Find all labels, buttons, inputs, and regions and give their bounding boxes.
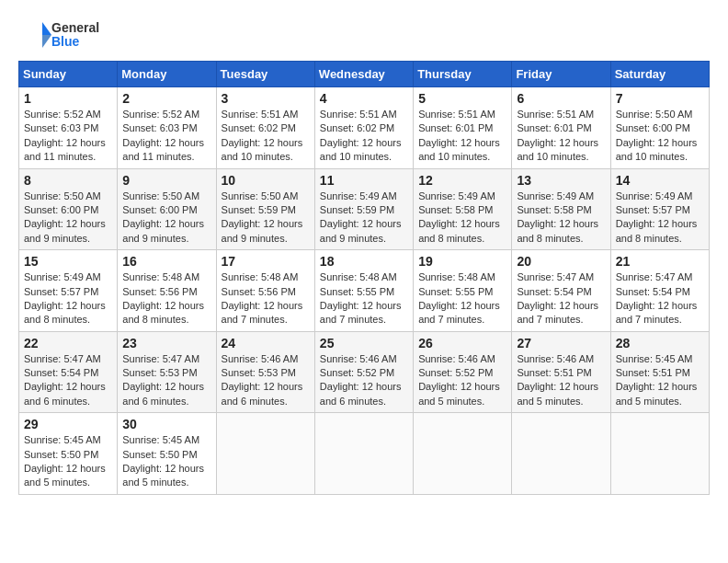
weekday-header: Saturday bbox=[610, 62, 709, 87]
calendar-day-cell: 21 Sunrise: 5:47 AMSunset: 5:54 PMDaylig… bbox=[610, 250, 709, 332]
day-info: Sunrise: 5:45 AMSunset: 5:50 PMDaylight:… bbox=[24, 434, 106, 488]
calendar-day-cell: 1 Sunrise: 5:52 AMSunset: 6:03 PMDayligh… bbox=[19, 87, 118, 169]
calendar-day-cell: 13 Sunrise: 5:49 AMSunset: 5:58 PMDaylig… bbox=[512, 168, 610, 250]
day-info: Sunrise: 5:47 AMSunset: 5:54 PMDaylight:… bbox=[24, 353, 106, 407]
day-number: 29 bbox=[24, 417, 112, 431]
calendar-day-cell: 10 Sunrise: 5:50 AMSunset: 5:59 PMDaylig… bbox=[216, 168, 314, 250]
svg-marker-0 bbox=[42, 22, 51, 35]
day-number: 15 bbox=[24, 254, 112, 269]
weekday-header: Sunday bbox=[19, 62, 118, 87]
day-number: 24 bbox=[222, 336, 310, 350]
calendar-day-cell bbox=[216, 413, 314, 495]
calendar-week-row: 29 Sunrise: 5:45 AMSunset: 5:50 PMDaylig… bbox=[19, 413, 710, 495]
day-number: 25 bbox=[320, 336, 408, 350]
day-number: 4 bbox=[320, 91, 408, 106]
day-info: Sunrise: 5:48 AMSunset: 5:55 PMDaylight:… bbox=[320, 271, 402, 325]
day-number: 22 bbox=[24, 336, 112, 350]
day-number: 21 bbox=[616, 254, 704, 269]
weekday-header: Monday bbox=[118, 62, 216, 87]
day-info: Sunrise: 5:47 AMSunset: 5:54 PMDaylight:… bbox=[616, 271, 698, 325]
calendar-header-row: SundayMondayTuesdayWednesdayThursdayFrid… bbox=[19, 62, 710, 87]
page-header: General Blue bbox=[18, 18, 710, 52]
day-number: 11 bbox=[320, 173, 408, 188]
calendar-table: SundayMondayTuesdayWednesdayThursdayFrid… bbox=[18, 61, 710, 495]
calendar-day-cell: 19 Sunrise: 5:48 AMSunset: 5:55 PMDaylig… bbox=[414, 250, 512, 332]
calendar-day-cell: 3 Sunrise: 5:51 AMSunset: 6:02 PMDayligh… bbox=[216, 87, 314, 169]
logo-container: General Blue bbox=[18, 18, 99, 52]
day-number: 5 bbox=[418, 91, 506, 106]
day-number: 26 bbox=[418, 336, 506, 350]
calendar-day-cell: 27 Sunrise: 5:46 AMSunset: 5:51 PMDaylig… bbox=[512, 331, 610, 413]
logo: General Blue bbox=[18, 18, 99, 52]
day-number: 20 bbox=[517, 254, 605, 269]
day-number: 23 bbox=[122, 336, 210, 350]
calendar-day-cell: 24 Sunrise: 5:46 AMSunset: 5:53 PMDaylig… bbox=[216, 331, 314, 413]
day-number: 12 bbox=[418, 173, 506, 188]
calendar-day-cell: 23 Sunrise: 5:47 AMSunset: 5:53 PMDaylig… bbox=[118, 331, 216, 413]
day-info: Sunrise: 5:49 AMSunset: 5:58 PMDaylight:… bbox=[517, 190, 598, 244]
day-info: Sunrise: 5:50 AMSunset: 6:00 PMDaylight:… bbox=[616, 109, 698, 162]
calendar-day-cell: 18 Sunrise: 5:48 AMSunset: 5:55 PMDaylig… bbox=[314, 250, 413, 332]
day-info: Sunrise: 5:52 AMSunset: 6:03 PMDaylight:… bbox=[122, 109, 204, 162]
day-info: Sunrise: 5:48 AMSunset: 5:55 PMDaylight:… bbox=[418, 271, 500, 325]
day-info: Sunrise: 5:45 AMSunset: 5:50 PMDaylight:… bbox=[122, 434, 204, 488]
calendar-day-cell: 30 Sunrise: 5:45 AMSunset: 5:50 PMDaylig… bbox=[118, 413, 216, 495]
day-info: Sunrise: 5:50 AMSunset: 6:00 PMDaylight:… bbox=[24, 190, 106, 244]
day-number: 9 bbox=[122, 173, 210, 188]
day-number: 28 bbox=[616, 336, 704, 350]
day-number: 16 bbox=[122, 254, 210, 269]
day-info: Sunrise: 5:51 AMSunset: 6:01 PMDaylight:… bbox=[418, 109, 500, 162]
calendar-day-cell bbox=[414, 413, 512, 495]
day-number: 6 bbox=[517, 91, 605, 106]
calendar-day-cell: 11 Sunrise: 5:49 AMSunset: 5:59 PMDaylig… bbox=[314, 168, 413, 250]
day-info: Sunrise: 5:48 AMSunset: 5:56 PMDaylight:… bbox=[122, 271, 204, 325]
day-info: Sunrise: 5:46 AMSunset: 5:51 PMDaylight:… bbox=[517, 353, 598, 407]
day-info: Sunrise: 5:47 AMSunset: 5:54 PMDaylight:… bbox=[517, 271, 598, 325]
day-info: Sunrise: 5:48 AMSunset: 5:56 PMDaylight:… bbox=[222, 271, 303, 325]
logo-blue: Blue bbox=[51, 35, 99, 49]
calendar-day-cell: 6 Sunrise: 5:51 AMSunset: 6:01 PMDayligh… bbox=[512, 87, 610, 169]
calendar-day-cell bbox=[610, 413, 709, 495]
day-info: Sunrise: 5:45 AMSunset: 5:51 PMDaylight:… bbox=[616, 353, 698, 407]
day-info: Sunrise: 5:52 AMSunset: 6:03 PMDaylight:… bbox=[24, 109, 106, 162]
day-number: 8 bbox=[24, 173, 112, 188]
day-number: 19 bbox=[418, 254, 506, 269]
day-info: Sunrise: 5:49 AMSunset: 5:57 PMDaylight:… bbox=[24, 271, 106, 325]
day-info: Sunrise: 5:50 AMSunset: 6:00 PMDaylight:… bbox=[122, 190, 204, 244]
day-number: 30 bbox=[122, 417, 210, 431]
calendar-day-cell: 20 Sunrise: 5:47 AMSunset: 5:54 PMDaylig… bbox=[512, 250, 610, 332]
day-number: 3 bbox=[222, 91, 310, 106]
day-info: Sunrise: 5:51 AMSunset: 6:02 PMDaylight:… bbox=[222, 109, 303, 162]
weekday-header: Friday bbox=[512, 62, 610, 87]
calendar-day-cell: 2 Sunrise: 5:52 AMSunset: 6:03 PMDayligh… bbox=[118, 87, 216, 169]
calendar-week-row: 8 Sunrise: 5:50 AMSunset: 6:00 PMDayligh… bbox=[19, 168, 710, 250]
calendar-day-cell: 29 Sunrise: 5:45 AMSunset: 5:50 PMDaylig… bbox=[19, 413, 118, 495]
weekday-header: Tuesday bbox=[216, 62, 314, 87]
calendar-week-row: 1 Sunrise: 5:52 AMSunset: 6:03 PMDayligh… bbox=[19, 87, 710, 169]
calendar-day-cell: 8 Sunrise: 5:50 AMSunset: 6:00 PMDayligh… bbox=[19, 168, 118, 250]
day-info: Sunrise: 5:46 AMSunset: 5:52 PMDaylight:… bbox=[320, 353, 402, 407]
calendar-day-cell bbox=[512, 413, 610, 495]
weekday-header: Thursday bbox=[414, 62, 512, 87]
day-number: 10 bbox=[222, 173, 310, 188]
calendar-day-cell: 5 Sunrise: 5:51 AMSunset: 6:01 PMDayligh… bbox=[414, 87, 512, 169]
day-info: Sunrise: 5:49 AMSunset: 5:58 PMDaylight:… bbox=[418, 190, 500, 244]
calendar-day-cell bbox=[314, 413, 413, 495]
calendar-day-cell: 12 Sunrise: 5:49 AMSunset: 5:58 PMDaylig… bbox=[414, 168, 512, 250]
calendar-day-cell: 28 Sunrise: 5:45 AMSunset: 5:51 PMDaylig… bbox=[610, 331, 709, 413]
day-info: Sunrise: 5:51 AMSunset: 6:02 PMDaylight:… bbox=[320, 109, 402, 162]
day-number: 7 bbox=[616, 91, 704, 106]
logo-bird-icon bbox=[18, 18, 51, 52]
calendar-day-cell: 15 Sunrise: 5:49 AMSunset: 5:57 PMDaylig… bbox=[19, 250, 118, 332]
calendar-week-row: 22 Sunrise: 5:47 AMSunset: 5:54 PMDaylig… bbox=[19, 331, 710, 413]
day-number: 13 bbox=[517, 173, 605, 188]
day-info: Sunrise: 5:46 AMSunset: 5:52 PMDaylight:… bbox=[418, 353, 500, 407]
day-info: Sunrise: 5:49 AMSunset: 5:57 PMDaylight:… bbox=[616, 190, 698, 244]
calendar-day-cell: 22 Sunrise: 5:47 AMSunset: 5:54 PMDaylig… bbox=[19, 331, 118, 413]
day-number: 17 bbox=[222, 254, 310, 269]
svg-marker-1 bbox=[42, 35, 51, 48]
calendar-day-cell: 9 Sunrise: 5:50 AMSunset: 6:00 PMDayligh… bbox=[118, 168, 216, 250]
calendar-day-cell: 26 Sunrise: 5:46 AMSunset: 5:52 PMDaylig… bbox=[414, 331, 512, 413]
logo-general: General bbox=[51, 21, 99, 35]
weekday-header: Wednesday bbox=[314, 62, 413, 87]
